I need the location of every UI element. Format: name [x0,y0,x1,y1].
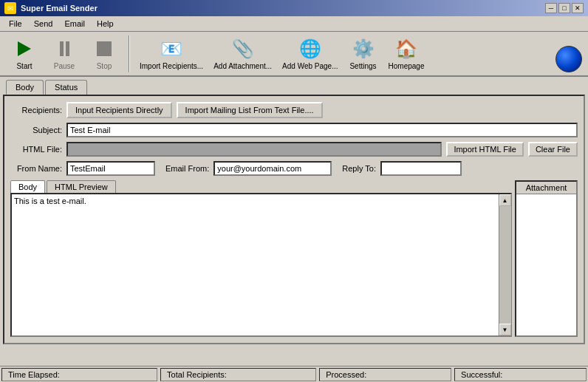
menu-send[interactable]: Send [28,18,59,30]
menu-help[interactable]: Help [91,18,120,30]
attachment-header: Attachment [516,182,576,194]
settings-button[interactable]: ⚙️ Settings [345,35,382,72]
recipients-label: Recipients: [10,106,62,115]
html-file-display [66,142,442,157]
from-name-input[interactable] [66,161,155,176]
globe-icon [555,46,582,72]
processed-label: Processed: [326,370,366,379]
html-file-label: HTML File: [10,145,62,154]
settings-label: Settings [349,62,376,70]
tab-body[interactable]: Body [6,80,44,95]
separator-1 [129,35,130,72]
attachment-panel: Attachment [515,180,578,337]
start-icon [13,37,36,61]
body-area: Body HTML Preview ▲ ▼ Attachment [10,180,578,337]
total-recipients-label: Total Recipients: [167,370,227,379]
email-from-input[interactable] [213,161,332,176]
import-recipients-label: Import Recipients... [140,62,203,70]
start-label: Start [16,62,32,70]
start-button[interactable]: Start [6,35,43,72]
status-time-elapsed: Time Elapsed: [1,368,157,381]
body-tabs-container: Body HTML Preview ▲ ▼ [10,180,512,337]
import-recipients-icon: 📧 [160,37,183,61]
main-tabs: Body Status [0,77,588,95]
html-file-row: HTML File: Import HTML File Clear File [10,142,578,157]
tab-body-inner[interactable]: Body [10,180,45,193]
stop-label: Stop [97,62,112,70]
from-row: From Name: Email From: Reply To: [10,161,578,176]
inner-tabs: Body HTML Preview [10,180,512,193]
pause-button[interactable]: Pause [46,35,83,72]
add-attachment-label: Add Attachment... [213,62,272,70]
pause-icon [52,37,76,61]
status-total-recipients: Total Recipients: [160,368,316,381]
tab-status[interactable]: Status [45,80,87,95]
email-from-label: Email From: [165,164,209,173]
add-web-page-label: Add Web Page... [282,62,338,70]
add-web-page-button[interactable]: 🌐 Add Web Page... [278,35,341,72]
successful-label: Successful: [461,370,502,379]
main-content: Recipients: Input Recipients Directly Im… [3,95,585,344]
subject-input[interactable] [66,123,578,137]
app-icon: ✉ [4,2,16,14]
reply-to-label: Reply To: [342,164,376,173]
add-attachment-button[interactable]: 📎 Add Attachment... [210,35,276,72]
clear-file-button[interactable]: Clear File [528,142,578,157]
title-bar: ✉ Super Email Sender ─ □ ✕ [0,0,588,16]
scroll-up-arrow[interactable]: ▲ [499,194,511,206]
tab-html-preview[interactable]: HTML Preview [47,180,116,193]
menu-file[interactable]: File [3,18,28,30]
maximize-button[interactable]: □ [558,3,570,13]
input-recipients-button[interactable]: Input Recipients Directly [66,102,172,118]
scroll-track [499,206,511,324]
toolbar: Start Pause Stop 📧 Import Recipients... … [0,32,588,77]
body-scrollbar[interactable]: ▲ ▼ [499,194,510,335]
body-textarea[interactable] [12,194,499,335]
from-name-label: From Name: [10,164,62,173]
body-textarea-container: ▲ ▼ [10,193,512,337]
minimize-button[interactable]: ─ [545,3,557,13]
import-html-button[interactable]: Import HTML File [446,142,524,157]
homepage-label: Homepage [389,62,425,70]
recipients-row: Recipients: Input Recipients Directly Im… [10,102,578,118]
subject-row: Subject: [10,123,578,137]
menu-bar: File Send Email Help [0,16,588,32]
stop-icon [92,37,116,61]
import-recipients-button[interactable]: 📧 Import Recipients... [136,35,207,72]
reply-to-input[interactable] [380,161,462,176]
status-bar: Time Elapsed: Total Recipients: Processe… [0,366,588,382]
time-elapsed-label: Time Elapsed: [8,370,60,379]
pause-label: Pause [54,62,75,70]
settings-icon: ⚙️ [352,37,375,61]
import-mailing-button[interactable]: Import Mailing List From Text File.... [177,102,323,118]
status-successful: Successful: [454,368,587,381]
stop-button[interactable]: Stop [86,35,123,72]
scroll-down-arrow[interactable]: ▼ [499,324,511,335]
status-processed: Processed: [319,368,451,381]
add-attachment-icon: 📎 [231,37,255,61]
menu-email[interactable]: Email [58,18,91,30]
homepage-button[interactable]: 🏠 Homepage [385,35,428,72]
homepage-icon: 🏠 [394,37,418,61]
window-title: Super Email Sender [21,4,98,13]
add-web-page-icon: 🌐 [298,37,322,61]
close-button[interactable]: ✕ [572,3,584,13]
subject-label: Subject: [10,126,62,134]
